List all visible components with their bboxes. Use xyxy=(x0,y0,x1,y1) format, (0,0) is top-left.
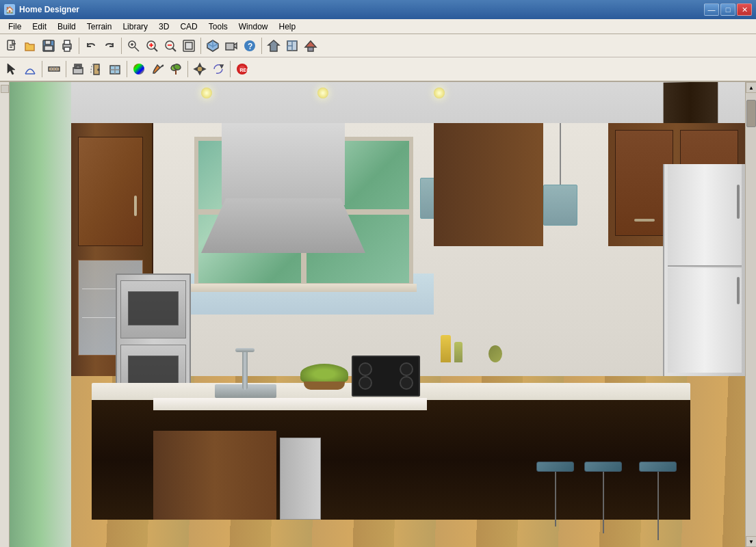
select-tool-button[interactable] xyxy=(3,60,21,78)
zoom-in-button[interactable] xyxy=(143,37,161,55)
burner-rear-right xyxy=(400,376,413,390)
close-button[interactable]: ✕ xyxy=(737,3,752,16)
bar-stool-2 xyxy=(584,462,622,533)
open-button[interactable] xyxy=(21,37,39,55)
stool-seat-2 xyxy=(584,462,622,472)
bar-stool-1 xyxy=(536,462,574,526)
new-button[interactable] xyxy=(3,37,21,55)
save-button[interactable] xyxy=(40,37,57,55)
material-button[interactable] xyxy=(130,60,148,78)
recessed-light-1 xyxy=(201,88,212,98)
app-icon: 🏠 xyxy=(4,4,15,15)
dishwasher xyxy=(280,438,321,520)
svg-rect-40 xyxy=(133,64,144,75)
cabinet-handle xyxy=(134,196,137,216)
svg-rect-25 xyxy=(308,47,313,51)
zoom-out-button[interactable] xyxy=(161,37,179,55)
toolbar-area: ? xyxy=(0,34,756,82)
object-move-button[interactable] xyxy=(191,60,209,78)
hood-upper-section xyxy=(222,123,345,205)
pendant-wire-4 xyxy=(560,123,561,185)
fit-window-button[interactable] xyxy=(180,37,198,55)
svg-rect-4 xyxy=(45,40,51,44)
toolbar-separator xyxy=(79,38,79,54)
vertical-scrollbar[interactable]: ▲ ▼ xyxy=(745,82,756,547)
minimize-button[interactable]: — xyxy=(704,3,719,16)
rotate-button[interactable] xyxy=(209,60,227,78)
menu-help[interactable]: Help xyxy=(273,21,301,33)
menu-file[interactable]: File xyxy=(3,21,27,33)
kitchen-faucet xyxy=(242,349,248,390)
recessed-light-2 xyxy=(317,88,328,98)
scroll-up-button[interactable]: ▲ xyxy=(746,82,756,93)
stool-leg-1 xyxy=(555,472,556,526)
window-tool-button[interactable] xyxy=(106,60,124,78)
svg-line-18 xyxy=(172,48,176,51)
plant-button[interactable] xyxy=(167,60,185,78)
recessed-light-3 xyxy=(434,88,445,98)
scroll-track-vertical[interactable] xyxy=(746,93,756,536)
scroll-thumb-vertical[interactable] xyxy=(746,100,756,127)
left-panel-handle xyxy=(0,82,10,547)
svg-marker-26 xyxy=(8,64,15,75)
app-title: Home Designer xyxy=(19,5,79,14)
menu-3d[interactable]: 3D xyxy=(153,21,174,33)
record-button[interactable]: REC xyxy=(233,60,251,78)
arc-button[interactable] xyxy=(21,60,39,78)
scene-background xyxy=(10,82,745,547)
svg-rect-5 xyxy=(44,46,53,51)
menu-edit[interactable]: Edit xyxy=(27,21,52,33)
counter-decor-1 xyxy=(441,335,451,362)
stool-seat-3 xyxy=(639,462,677,472)
menu-tools[interactable]: Tools xyxy=(203,21,233,33)
back-counter-surface xyxy=(153,398,427,410)
help-button[interactable]: ? xyxy=(241,37,259,55)
component-button[interactable] xyxy=(69,60,87,78)
wall-tool-button[interactable] xyxy=(45,60,63,78)
svg-rect-34 xyxy=(76,66,80,68)
burner-front-right xyxy=(400,362,413,376)
paint-button[interactable] xyxy=(148,60,166,78)
cooktop xyxy=(352,356,420,397)
refrigerator xyxy=(663,164,745,376)
title-bar: 🏠 Home Designer — □ ✕ xyxy=(0,0,756,19)
camera-button[interactable] xyxy=(222,37,240,55)
pendant-shade-4 xyxy=(543,185,577,226)
floor-button[interactable] xyxy=(283,37,301,55)
menu-library[interactable]: Library xyxy=(117,21,153,33)
svg-line-10 xyxy=(135,47,139,51)
toolbar2-separator-5 xyxy=(230,61,231,77)
fridge-handle-top xyxy=(737,185,740,219)
cabinet-door-upper xyxy=(78,137,143,246)
svg-marker-49 xyxy=(220,65,223,68)
maximize-button[interactable]: □ xyxy=(720,3,735,16)
zoom-button[interactable] xyxy=(125,37,142,55)
toolbar-separator-3 xyxy=(200,38,201,54)
range-hood xyxy=(201,123,365,260)
toolbar2-separator xyxy=(42,61,42,77)
svg-rect-21 xyxy=(185,42,192,49)
fridge-handle-bottom xyxy=(737,277,740,304)
roof-button[interactable] xyxy=(302,37,320,55)
scroll-down-button[interactable]: ▼ xyxy=(746,536,756,547)
door-tool-button[interactable] xyxy=(88,60,105,78)
titlebar-left: 🏠 Home Designer xyxy=(4,4,79,15)
undo-button[interactable] xyxy=(82,37,100,55)
menu-window[interactable]: Window xyxy=(233,21,274,33)
redo-button[interactable] xyxy=(101,37,118,55)
print-button[interactable] xyxy=(58,37,76,55)
menu-terrain[interactable]: Terrain xyxy=(81,21,118,33)
svg-text:REC: REC xyxy=(240,68,250,72)
upper-cabinet-middle xyxy=(434,123,543,246)
toolbar-secondary: REC xyxy=(0,57,756,81)
menu-cad[interactable]: CAD xyxy=(174,21,203,33)
menu-build[interactable]: Build xyxy=(52,21,81,33)
view3d-button[interactable] xyxy=(204,37,222,55)
panel-collapse-icon[interactable] xyxy=(1,85,9,93)
pendant-light-4 xyxy=(543,123,577,226)
left-wall-exterior xyxy=(10,82,71,547)
3d-viewport[interactable] xyxy=(10,82,745,547)
svg-marker-45 xyxy=(198,64,201,66)
home-button[interactable] xyxy=(265,37,283,55)
lower-cabinet-left xyxy=(153,431,276,520)
